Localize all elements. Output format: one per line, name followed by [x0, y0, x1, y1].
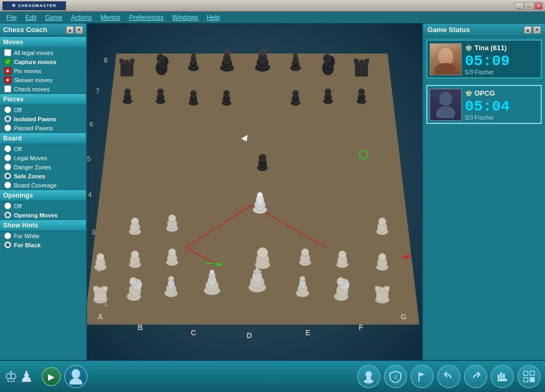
option-openings-off[interactable]: Off	[0, 201, 86, 210]
option-pieces-off[interactable]: Off	[0, 105, 86, 114]
option-board-coverage[interactable]: Board Coverage	[0, 181, 86, 190]
play-button[interactable]: ▶	[42, 367, 61, 386]
svg-rect-170	[500, 372, 502, 379]
radio-for-white[interactable]	[4, 232, 11, 239]
svg-rect-37	[125, 60, 129, 64]
option-check[interactable]: Check moves	[0, 84, 86, 93]
label-passed: Passed Pawns	[14, 125, 53, 131]
radio-danger-zones[interactable]	[4, 163, 11, 170]
svg-point-164	[69, 378, 82, 385]
svg-text:7: 7	[96, 87, 99, 95]
player2-silhouette	[430, 89, 461, 120]
label-all-legal: All legal moves	[14, 50, 53, 56]
player2-time: 05:04	[465, 99, 539, 114]
radio-board-coverage[interactable]	[4, 182, 11, 189]
menu-actions[interactable]: Actions	[67, 13, 96, 22]
toolbar-btn-hand[interactable]	[490, 365, 514, 388]
toolbar-btn-pawn[interactable]	[357, 365, 380, 388]
checkbox-skewer[interactable]	[4, 76, 11, 83]
checkbox-capture[interactable]	[4, 58, 11, 65]
svg-point-111	[210, 270, 214, 274]
svg-point-71	[157, 89, 164, 95]
svg-rect-174	[524, 371, 528, 375]
svg-point-102	[130, 277, 137, 286]
svg-point-135	[131, 250, 139, 258]
bottom-toolbar: ♔ ♟ ▶ ♙	[0, 360, 545, 392]
menu-file[interactable]: File	[2, 13, 21, 22]
svg-point-141	[257, 248, 268, 258]
radio-legal-moves[interactable]	[4, 154, 11, 161]
label-pin: Pin moves	[14, 68, 41, 74]
player1-time: 05:09	[465, 54, 539, 69]
option-pin[interactable]: Pin moves	[0, 66, 86, 75]
svg-rect-64	[365, 59, 369, 63]
option-all-legal[interactable]: All legal moves	[0, 48, 86, 57]
label-check: Check moves	[14, 86, 50, 92]
player2-info: ♚ OPCG 05:04 5/3 Fischer	[465, 88, 539, 121]
option-opening-moves[interactable]: Opening Moves	[0, 210, 86, 219]
option-skewer[interactable]: Skewer moves	[0, 75, 86, 84]
radio-pieces-off[interactable]	[4, 106, 11, 113]
option-danger-zones[interactable]: Danger Zones	[0, 162, 86, 171]
chess-board-area: A B C D E F G H 1 2 3 4 5 6 7 8	[87, 23, 422, 360]
player2-name: OPCG	[474, 89, 495, 97]
game-status-minimize-btn[interactable]: ▲	[524, 26, 532, 34]
radio-opening-moves[interactable]	[4, 211, 11, 218]
option-board-off[interactable]: Off	[0, 144, 86, 153]
svg-point-80	[292, 90, 299, 97]
menu-mentor[interactable]: Mentor	[96, 13, 124, 22]
label-skewer: Skewer moves	[14, 77, 52, 83]
svg-point-44	[191, 52, 196, 57]
player1-info: ♚ Tina (611) 05:09 5/3 Fischer	[465, 43, 539, 75]
menu-bar: File Edit Game Actions Mentor Preference…	[0, 12, 545, 23]
window-controls: _ □ ✕	[515, 2, 543, 10]
radio-openings-off[interactable]	[4, 202, 11, 209]
board-section-header: Board	[0, 132, 86, 144]
menu-edit[interactable]: Edit	[21, 13, 41, 22]
option-passed[interactable]: Passed Pawns	[0, 123, 86, 132]
option-isolated[interactable]: Isolated Pawns	[0, 114, 86, 123]
radio-for-black[interactable]	[4, 241, 11, 248]
svg-point-162	[436, 106, 455, 118]
close-button[interactable]: ✕	[534, 2, 543, 10]
svg-point-74	[190, 90, 197, 97]
menu-preferences[interactable]: Preferences	[124, 13, 168, 22]
option-capture[interactable]: Capture moves	[0, 57, 86, 66]
svg-rect-177	[530, 378, 534, 382]
minimize-button[interactable]: _	[515, 2, 524, 10]
label-legal-moves: Legal Moves	[14, 155, 47, 161]
title-bar: ⚙ CHESSMASTER _ □ ✕	[0, 0, 545, 12]
menu-help[interactable]: Help	[203, 13, 224, 22]
option-for-white[interactable]: For White	[0, 231, 86, 240]
pieces-section-header: Pieces	[0, 93, 86, 105]
toolbar-pieces: ♔ ♟	[4, 368, 33, 386]
option-for-black[interactable]: For Black	[0, 240, 86, 249]
checkbox-check[interactable]	[4, 85, 11, 92]
logo-text: ⚙ CHESSMASTER	[12, 3, 57, 8]
toolbar-btn-flag[interactable]	[410, 365, 434, 388]
toolbar-btn-redo[interactable]	[464, 365, 487, 388]
svg-point-163	[72, 369, 80, 379]
radio-isolated[interactable]	[4, 115, 11, 122]
game-status-close-btn[interactable]: ✕	[533, 26, 541, 34]
option-legal-moves[interactable]: Legal Moves	[0, 153, 86, 162]
toolbar-btn-undo[interactable]	[437, 365, 461, 388]
menu-game[interactable]: Game	[41, 13, 67, 22]
player2-name-row: ♚ OPCG	[465, 88, 539, 98]
player-avatar-button[interactable]	[64, 365, 88, 388]
radio-board-off[interactable]	[4, 145, 11, 152]
panel-minimize-btn[interactable]: ▲	[66, 26, 74, 34]
radio-safe-zones[interactable]	[4, 173, 11, 179]
player1-name: Tina (611)	[474, 44, 507, 52]
player2-rating: 5/3 Fischer	[465, 114, 539, 121]
radio-passed[interactable]	[4, 124, 11, 131]
checkbox-all-legal[interactable]	[4, 49, 11, 56]
svg-text:F: F	[359, 323, 363, 332]
toolbar-btn-grid[interactable]	[517, 365, 541, 388]
panel-close-btn[interactable]: ✕	[75, 26, 83, 34]
option-safe-zones[interactable]: Safe Zones	[0, 171, 86, 181]
checkbox-pin[interactable]	[4, 67, 11, 74]
toolbar-btn-shield[interactable]: ♙	[384, 365, 407, 388]
menu-windows[interactable]: Windows	[168, 13, 203, 22]
maximize-button[interactable]: □	[525, 2, 533, 10]
